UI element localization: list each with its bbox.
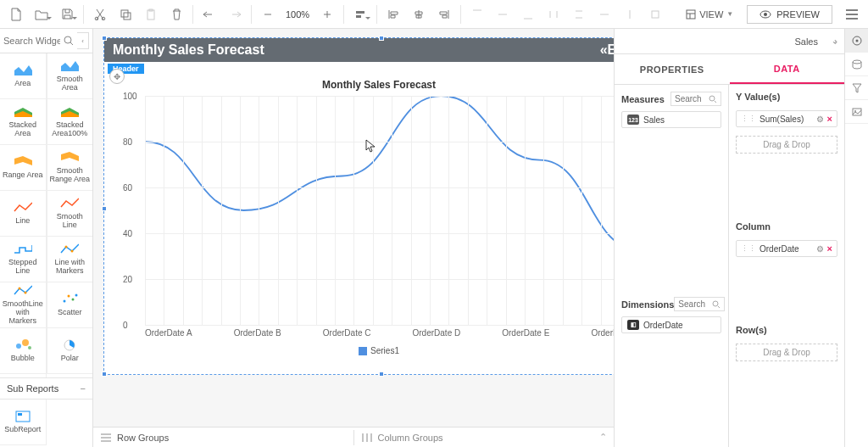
widget-item[interactable]: Area	[0, 53, 47, 99]
rows-label: Row(s)	[736, 325, 837, 335]
align-button[interactable]	[348, 2, 373, 27]
widget-item[interactable]: Scatter	[47, 282, 93, 328]
chart-title: Monthly Sales Forecast	[120, 79, 614, 91]
view-dropdown[interactable]: VIEW ▼	[679, 3, 740, 26]
gear-icon[interactable]: ⚙	[816, 244, 824, 254]
size-both-button	[643, 2, 668, 27]
grip-icon: ⋮⋮	[741, 115, 756, 123]
widget-search-input[interactable]	[3, 36, 60, 46]
panel-expand-icon[interactable]: ›	[834, 36, 837, 47]
rail-properties-icon[interactable]	[845, 29, 868, 53]
measures-search-input[interactable]	[675, 94, 709, 103]
widget-item[interactable]: Range Area	[0, 145, 47, 191]
tab-properties[interactable]: PROPERTIES	[615, 54, 730, 84]
align-center-button[interactable]	[406, 2, 431, 27]
widget-item[interactable]: Smooth Area	[47, 53, 93, 99]
widget-panel: ‹ AreaSmooth AreaStacked AreaStacked Are…	[0, 29, 93, 447]
measures-label: Measures	[621, 94, 665, 104]
align-left-button[interactable]	[381, 2, 406, 27]
tab-data[interactable]: DATA	[730, 54, 845, 84]
size-h-button	[617, 2, 643, 27]
yvalues-dropzone[interactable]: Drag & Drop	[736, 136, 837, 154]
column-groups-icon	[361, 433, 373, 443]
align-right-button[interactable]	[431, 2, 457, 27]
widget-item[interactable]: Stepped Line	[0, 237, 47, 282]
rail-data-icon[interactable]	[845, 53, 868, 76]
rail-filter-icon[interactable]	[845, 76, 868, 100]
rows-dropzone[interactable]: Drag & Drop	[736, 344, 837, 361]
collapse-groups-icon[interactable]: ⌃	[599, 432, 607, 443]
dimension-field[interactable]: ◧OrderDate	[621, 316, 721, 333]
widget-item[interactable]: Polar	[47, 328, 93, 374]
zoom-out-button[interactable]	[255, 2, 281, 27]
dimensions-label: Dimensions	[621, 299, 674, 310]
preview-button[interactable]: PREVIEW	[747, 5, 832, 24]
eye-icon	[760, 10, 771, 19]
svg-point-22	[22, 339, 29, 346]
column-groups-label: Column Groups	[378, 433, 443, 443]
svg-point-18	[68, 295, 70, 298]
column-field[interactable]: ⋮⋮ OrderDate ⚙ ×	[736, 240, 837, 257]
svg-point-15	[18, 288, 20, 290]
dimensions-search-input[interactable]	[678, 299, 712, 309]
column-label: Column	[736, 221, 837, 232]
svg-rect-6	[356, 11, 364, 14]
dist-v-button	[566, 2, 592, 27]
yvalue-field[interactable]: ⋮⋮Sum(Sales)⚙×	[736, 110, 837, 127]
search-icon	[64, 36, 74, 46]
widget-item[interactable]: Stacked Area	[0, 99, 47, 145]
rail-image-icon[interactable]	[845, 100, 868, 124]
delete-button[interactable]	[164, 2, 189, 27]
svg-point-30	[856, 39, 859, 42]
collapse-panel-button[interactable]: ‹	[77, 32, 89, 49]
top-toolbar: 100% VIEW ▼ PREVIEW	[0, 0, 868, 29]
report-expr: «Expr»	[600, 42, 614, 58]
svg-point-28	[713, 301, 718, 306]
svg-point-23	[28, 346, 31, 349]
svg-point-12	[64, 36, 71, 43]
sub-reports-section[interactable]: Sub Reports−	[0, 377, 92, 400]
chart-report-item[interactable]: Monthly Sales Forecast «Expr» Header ✥ M…	[103, 37, 614, 375]
save-button[interactable]	[54, 2, 80, 27]
widget-item[interactable]: Bubble	[0, 328, 47, 374]
zoom-in-button[interactable]	[314, 2, 340, 27]
dataset-selector[interactable]: Sales⌄	[794, 36, 837, 47]
undo-button[interactable]	[197, 2, 222, 27]
widget-item[interactable]: Stacked Area100%	[47, 99, 93, 145]
widget-item[interactable]: SubReport	[0, 400, 47, 445]
svg-point-11	[764, 13, 767, 16]
widget-item[interactable]: Smooth Line	[47, 191, 93, 237]
new-file-button[interactable]	[3, 2, 29, 27]
svg-rect-9	[687, 10, 695, 19]
copy-button[interactable]	[113, 2, 138, 27]
view-icon	[686, 9, 696, 20]
widget-item[interactable]: SmoothLine with Markers	[0, 282, 47, 328]
svg-point-16	[24, 292, 26, 294]
remove-icon[interactable]: ×	[827, 243, 832, 254]
report-header[interactable]: Monthly Sales Forecast «Expr» Header	[104, 38, 614, 62]
report-title: Monthly Sales Forecast	[113, 42, 264, 58]
groups-bar: Row Groups Column Groups ⌃	[93, 427, 614, 447]
open-button[interactable]	[29, 2, 54, 27]
hamburger-menu[interactable]	[839, 2, 865, 27]
widget-item[interactable]: Smooth Range Area	[47, 145, 93, 191]
design-canvas[interactable]: Monthly Sales Forecast «Expr» Header ✥ M…	[93, 29, 614, 447]
cut-button[interactable]	[87, 2, 113, 27]
row-groups-label: Row Groups	[117, 433, 169, 443]
svg-point-31	[853, 60, 861, 64]
svg-point-14	[71, 250, 74, 253]
chart-legend: Series1	[120, 346, 614, 355]
gear-icon[interactable]: ⚙	[816, 115, 824, 124]
widget-item[interactable]: Line with Markers	[47, 237, 93, 282]
svg-point-21	[16, 344, 21, 349]
remove-icon[interactable]: ×	[827, 114, 832, 124]
measure-field[interactable]: 123Sales	[621, 111, 721, 128]
svg-point-27	[709, 96, 715, 101]
paste-button	[138, 2, 164, 27]
svg-rect-4	[147, 10, 154, 20]
svg-point-19	[72, 299, 75, 301]
svg-rect-2	[121, 10, 128, 17]
widget-item[interactable]: Line	[0, 191, 47, 237]
align-middle-button	[490, 2, 515, 27]
size-w-button	[592, 2, 617, 27]
